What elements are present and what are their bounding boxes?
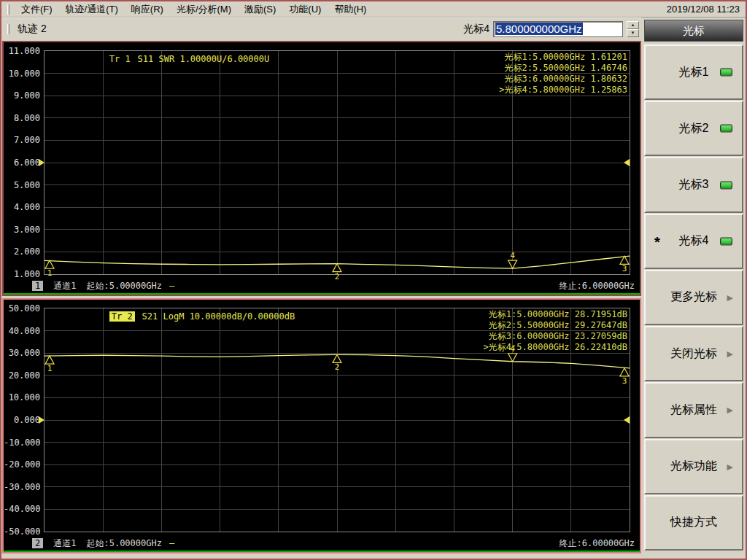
- trace-params: S11 SWR 1.00000U/6.00000U: [138, 54, 270, 64]
- sidebar-button-label: 光标4: [679, 233, 709, 249]
- marker-on-led-indicator: [720, 69, 732, 77]
- y-axis-tick-label: 7.000: [4, 135, 40, 145]
- marker-readout-block: 光标1:5.00000GHz 1.61201光标2:5.50000GHz 1.4…: [499, 52, 627, 96]
- y-axis-tick-label: 4.000: [4, 202, 40, 212]
- active-marker-star: *: [654, 234, 660, 251]
- marker-2-symbol[interactable]: [333, 354, 341, 362]
- frequency-stepper: ▲ ▼: [627, 21, 639, 37]
- toolbar: 轨迹 2 光标4 5.800000000GHz ▲ ▼: [2, 18, 641, 39]
- step-up-button[interactable]: ▲: [627, 21, 639, 29]
- marker-1-symbol[interactable]: [45, 356, 54, 364]
- y-axis-tick-label: 3.000: [4, 225, 40, 235]
- chart-window-s11-swr[interactable]: Tr 1S11 SWR 1.00000U/6.00000U 1243 光标1:5…: [2, 41, 641, 296]
- channel-label: 通道1: [53, 280, 76, 292]
- menu-item-6[interactable]: 功能(U): [282, 1, 328, 18]
- marker-sidebar: 光标 光标1光标2光标3*光标4更多光标▶关闭光标▶光标属性▶光标功能▶快捷方式: [642, 18, 746, 560]
- sidebar-button-6[interactable]: 关闭光标▶: [644, 326, 743, 381]
- reference-level-arrow-right: [624, 159, 630, 166]
- trace-tag: Tr 2: [109, 311, 135, 322]
- sidebar-button-4[interactable]: *光标4: [644, 214, 743, 269]
- y-axis-tick-label: 1.000: [4, 269, 40, 279]
- marker-3-symbol[interactable]: [620, 368, 629, 376]
- sidebar-button-5[interactable]: 更多光标▶: [644, 270, 743, 325]
- y-axis-tick-label: -40.000: [4, 504, 40, 514]
- y-axis-tick-label: 0.000: [4, 415, 40, 425]
- sidebar-button-label: 光标属性: [670, 402, 717, 418]
- marker-readout-line: 光标1:5.00000GHz 1.61201: [499, 52, 627, 63]
- marker-1-number: 1: [47, 268, 53, 278]
- sweep-indicator-bar: [4, 551, 640, 552]
- marker-readout-line: 光标2:5.50000GHz 1.46746: [499, 63, 627, 74]
- menu-item-2[interactable]: 轨迹/通道(T): [59, 1, 125, 18]
- marker-4-number: 4: [510, 251, 515, 260]
- start-frequency-label: 起始:5.00000GHz: [86, 537, 161, 550]
- sidebar-button-label: 光标功能: [670, 459, 717, 474]
- sidebar-button-1[interactable]: 光标1: [644, 44, 743, 100]
- marker-3-number: 3: [622, 264, 627, 273]
- sidebar-button-9[interactable]: 快捷方式: [644, 495, 743, 551]
- trace-title: Tr 1S11 SWR 1.00000U/6.00000U: [46, 44, 269, 74]
- marker-on-led-indicator: [720, 125, 732, 133]
- marker-readout-line: 光标3:6.00000GHz 1.80632: [499, 74, 627, 85]
- sidebar-button-label: 快捷方式: [670, 515, 717, 530]
- sidebar-button-8[interactable]: 光标功能▶: [644, 439, 743, 494]
- menu-bar: 文件(F)轨迹/通道(T)响应(R)光标/分析(M)激励(S)功能(U)帮助(H…: [1, 1, 746, 18]
- channel-status-bar: 2 通道1 起始:5.00000GHz — 终止:6.00000GHz: [4, 537, 639, 550]
- menu-items: 文件(F)轨迹/通道(T)响应(R)光标/分析(M)激励(S)功能(U)帮助(H…: [15, 1, 373, 18]
- sidebar-button-label: 光标3: [679, 177, 709, 192]
- y-axis-tick-label: -50.000: [4, 526, 40, 537]
- submenu-arrow-icon: ▶: [727, 405, 733, 415]
- toolbar-grip: [7, 4, 9, 15]
- reference-level-arrow-right: [624, 416, 630, 424]
- marker-3-number: 3: [622, 376, 627, 386]
- marker-readout-line: 光标1:5.00000GHz 28.71951dB: [484, 309, 627, 320]
- menu-item-7[interactable]: 帮助(H): [328, 1, 373, 18]
- marker-4-symbol[interactable]: [508, 260, 517, 268]
- marker-1-number: 1: [47, 364, 53, 373]
- sidebar-button-label: 关闭光标: [670, 346, 717, 362]
- sidebar-button-7[interactable]: 光标属性▶: [644, 382, 743, 438]
- menu-item-3[interactable]: 响应(R): [125, 1, 170, 18]
- marker-readout-block: 光标1:5.00000GHz 28.71951dB光标2:5.50000GHz …: [484, 309, 627, 353]
- channel-number-badge: 2: [32, 538, 43, 548]
- trace-color-key: —: [169, 538, 174, 548]
- active-trace-label: 轨迹 2: [15, 23, 47, 36]
- channel-number-badge: 1: [32, 281, 43, 291]
- y-axis-tick-label: 10.000: [4, 69, 40, 79]
- marker-2-symbol[interactable]: [333, 264, 341, 272]
- marker-readout-line: 光标2:5.50000GHz 29.27647dB: [484, 320, 627, 331]
- channel-status-bar: 1 通道1 起始:5.00000GHz — 终止:6.00000GHz: [4, 279, 639, 292]
- y-axis-tick-label: -20.000: [4, 459, 40, 470]
- marker-on-led-indicator: [720, 237, 732, 245]
- marker-frequency-input[interactable]: 5.800000000GHz: [493, 21, 623, 37]
- y-axis-tick-label: 30.000: [4, 348, 40, 358]
- y-axis-tick-label: 5.000: [4, 180, 40, 190]
- y-axis-tick-label: 2.000: [4, 246, 40, 257]
- y-axis-tick-label: 10.000: [4, 392, 40, 402]
- marker-frequency-value: 5.800000000GHz: [495, 23, 583, 35]
- marker-on-led-indicator: [720, 181, 732, 189]
- sidebar-button-2[interactable]: 光标2: [644, 101, 743, 156]
- toolbar-grip: [7, 24, 9, 34]
- chart-column: 轨迹 2 光标4 5.800000000GHz ▲ ▼ Tr 1S11 SW: [1, 18, 642, 560]
- clock: 2019/12/08 11:23: [667, 4, 746, 15]
- menu-item-5[interactable]: 激励(S): [238, 1, 282, 18]
- y-axis-tick-label: 9.000: [4, 90, 40, 101]
- marker-readout-line: >光标4:5.80000GHz 1.25863: [499, 85, 627, 96]
- y-axis-tick-label: -10.000: [4, 438, 40, 448]
- marker-4-symbol[interactable]: [508, 354, 517, 362]
- sidebar-button-label: 光标2: [679, 121, 709, 136]
- marker-readout-line: >光标4:5.80000GHz 26.22410dB: [484, 342, 627, 353]
- marker-1-symbol[interactable]: [45, 260, 54, 268]
- marker-entry-label: 光标4: [463, 23, 489, 36]
- menu-item-1[interactable]: 文件(F): [15, 1, 59, 18]
- chart-window-s21-logm[interactable]: Tr 2S21 LogM 10.00000dB/0.00000dB 1243 光…: [2, 298, 641, 553]
- stop-frequency-label: 终止:6.00000GHz: [560, 537, 635, 550]
- step-down-button[interactable]: ▼: [627, 29, 639, 37]
- trace-tag: Tr 1: [109, 54, 131, 64]
- sweep-indicator-bar: [4, 293, 640, 295]
- menu-item-4[interactable]: 光标/分析(M): [170, 1, 238, 18]
- submenu-arrow-icon: ▶: [727, 462, 733, 471]
- submenu-arrow-icon: ▶: [727, 349, 733, 359]
- sidebar-button-3[interactable]: 光标3: [644, 157, 743, 212]
